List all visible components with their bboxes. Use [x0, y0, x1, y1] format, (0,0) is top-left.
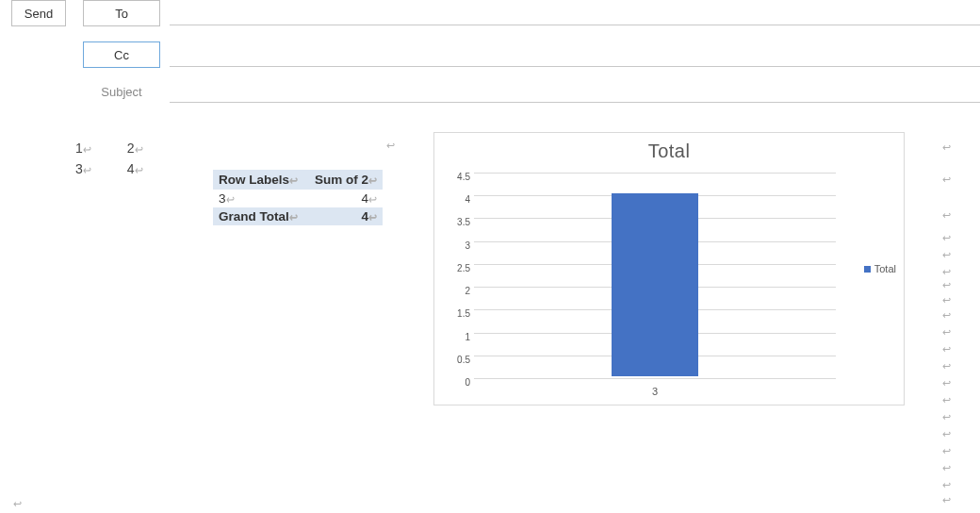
paragraph-mark-icon: ↩: [942, 277, 951, 293]
paragraph-mark-icon: ↩: [942, 292, 951, 308]
paragraph-mark-icon: ↩: [386, 140, 395, 152]
y-tick-label: 3: [442, 240, 470, 250]
paragraph-mark-icon: ↩: [942, 426, 951, 442]
pivot-row: 3↩ 4↩: [213, 190, 383, 207]
pivot-table: Row Labels↩ Sum of 2↩ 3↩ 4↩ Grand Total↩…: [213, 170, 383, 225]
paragraph-mark-icon: ↩: [942, 460, 951, 476]
chart[interactable]: Total 00.511.522.533.544.5 3 Total: [433, 132, 905, 405]
paragraph-mark-icon: ↩: [942, 307, 951, 323]
pivot-col-header: Sum of 2↩: [306, 170, 383, 190]
paragraph-mark-icon: ↩: [942, 358, 951, 374]
paragraph-mark-icon: ↩: [942, 172, 951, 188]
paragraph-mark-icon: ↩: [942, 341, 951, 357]
pivot-grand-total-row: Grand Total↩ 4↩: [213, 207, 383, 225]
paragraph-mark-icon: ↩: [942, 492, 951, 508]
y-tick-label: 1.5: [442, 308, 470, 319]
paragraph-mark-icon: ↩: [942, 324, 951, 340]
legend-swatch-icon: [864, 266, 871, 273]
cc-button[interactable]: Cc: [83, 41, 160, 68]
legend-label: Total: [874, 263, 896, 274]
cc-field-line[interactable]: [170, 66, 980, 67]
paragraph-mark-icon: ↩: [942, 443, 951, 459]
chart-legend: Total: [864, 263, 896, 274]
mini-cell: 4: [127, 161, 135, 176]
chart-x-category: 3: [474, 386, 836, 397]
mini-data-table: 1↩ 2↩ 3↩ 4↩: [57, 137, 162, 180]
y-tick-label: 2.5: [442, 262, 470, 273]
chart-title: Total: [442, 141, 896, 162]
paragraph-mark-icon: ↩: [942, 207, 951, 223]
subject-field-line[interactable]: [170, 102, 980, 103]
y-tick-label: 3.5: [442, 217, 470, 227]
message-body[interactable]: 1↩ 2↩ 3↩ 4↩ ↩ Row Labels↩ Sum of 2↩ 3↩ 4…: [9, 132, 980, 513]
y-tick-label: 4.5: [442, 172, 470, 182]
paragraph-mark-icon: ↩: [942, 140, 951, 156]
paragraph-mark-icon: ↩: [942, 392, 951, 408]
y-tick-label: 0: [442, 377, 470, 388]
y-tick-label: 4: [442, 194, 470, 205]
paragraph-mark-icon: ↩: [942, 247, 951, 263]
to-field-line[interactable]: [170, 25, 980, 25]
y-tick-label: 0.5: [442, 354, 470, 364]
subject-label: Subject: [83, 85, 160, 99]
to-button[interactable]: To: [83, 0, 160, 26]
mini-cell: 2: [127, 141, 135, 156]
mini-cell: 1: [75, 141, 83, 156]
pivot-col-header: Row Labels↩: [213, 170, 306, 190]
paragraph-mark-icon: ↩: [942, 477, 951, 493]
send-button[interactable]: Send: [11, 0, 66, 26]
y-tick-label: 1: [442, 331, 470, 341]
bar: [612, 193, 698, 376]
y-tick-label: 2: [442, 286, 470, 296]
paragraph-mark-icon: ↩: [942, 409, 951, 425]
paragraph-mark-icon: ↩: [13, 498, 22, 510]
grid-line: [474, 378, 836, 379]
paragraph-mark-icon: ↩: [942, 230, 951, 246]
paragraph-mark-icon: ↩: [942, 375, 951, 391]
mini-cell: 3: [75, 161, 83, 176]
grid-line: [474, 173, 836, 174]
